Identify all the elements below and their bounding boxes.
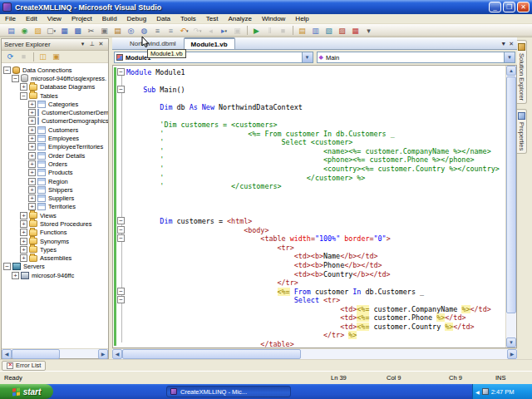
- close-button[interactable]: ✕: [517, 2, 530, 12]
- scroll-left-icon[interactable]: ◀: [112, 349, 122, 359]
- scroll-down-icon[interactable]: ▼: [506, 337, 516, 347]
- code-line[interactable]: <td><%= customer.CompanyName %></td>: [126, 305, 505, 314]
- expand-icon[interactable]: +: [20, 229, 27, 236]
- tree-item-employees[interactable]: +Employees: [2, 134, 108, 142]
- code-line[interactable]: <td><%= customer.Phone %></td>: [126, 313, 505, 323]
- menu-tools[interactable]: Tools: [175, 14, 201, 24]
- tree-item-order-details[interactable]: +Order Details: [2, 151, 108, 160]
- code-line[interactable]: Dim db As New NorthwindDataContext: [126, 103, 505, 112]
- tree-item-customers[interactable]: +Customers: [2, 126, 108, 134]
- code-line[interactable]: ' Select <customer>: [126, 138, 505, 147]
- expand-icon[interactable]: +: [20, 212, 27, 219]
- collapse-icon[interactable]: −: [3, 263, 11, 270]
- code-line[interactable]: Dim customers = <html>: [126, 217, 505, 226]
- paste-icon[interactable]: ▤: [111, 25, 124, 36]
- menu-window[interactable]: Window: [257, 14, 290, 24]
- error-list-icon[interactable]: ▦: [349, 25, 362, 36]
- tree-item-synonyms[interactable]: +Synonyms: [2, 237, 108, 245]
- tree-item-views[interactable]: +Views: [2, 211, 108, 219]
- expand-icon[interactable]: +: [28, 203, 36, 210]
- menu-build[interactable]: Build: [97, 14, 122, 24]
- menu-test[interactable]: Test: [201, 14, 224, 24]
- code-line[interactable]: </tr> %>: [126, 331, 505, 340]
- copy-icon[interactable]: ▣: [98, 25, 111, 36]
- panel-menu-button[interactable]: ▾: [78, 40, 87, 49]
- code-line[interactable]: ' </customer> %>: [126, 174, 505, 183]
- menu-file[interactable]: File: [0, 14, 21, 24]
- tree-item-customerdemographics[interactable]: +CustomerDemographics: [2, 117, 108, 126]
- expand-icon[interactable]: +: [28, 160, 36, 168]
- collapse-region-icon[interactable]: −: [117, 86, 125, 93]
- editor-vertical-scrollbar[interactable]: ▲ ▼: [505, 66, 516, 347]
- tree-item-functions[interactable]: +Functions: [2, 229, 108, 237]
- minimize-button[interactable]: _: [489, 2, 501, 12]
- connect-to-database-icon[interactable]: ◫: [37, 52, 49, 62]
- expand-icon[interactable]: +: [28, 178, 36, 185]
- tab-list-dropdown-icon[interactable]: ▼: [500, 40, 506, 47]
- chevron-down-icon[interactable]: ▼: [504, 52, 515, 62]
- code-line[interactable]: </table>: [126, 340, 505, 347]
- indent-icon[interactable]: ≡: [151, 25, 164, 36]
- tree-item-orders[interactable]: +Orders: [2, 160, 108, 168]
- save-icon[interactable]: ▦: [58, 25, 71, 36]
- new-file-icon[interactable]: ▢▾: [45, 25, 57, 36]
- panel-close-icon[interactable]: ✕: [96, 40, 106, 49]
- properties-window-icon[interactable]: ▥: [309, 25, 322, 36]
- collapse-icon[interactable]: −: [12, 75, 19, 82]
- code-line[interactable]: [126, 112, 505, 121]
- tree-item-shippers[interactable]: +Shippers: [2, 185, 108, 194]
- tree-item-assemblies[interactable]: +Assemblies: [2, 254, 108, 263]
- code-line[interactable]: </tr>: [126, 278, 505, 288]
- tree-item-types[interactable]: +Types: [2, 245, 108, 254]
- expand-icon[interactable]: +: [20, 246, 27, 254]
- start-debugging-icon[interactable]: ▶: [250, 25, 263, 36]
- expand-icon[interactable]: +: [20, 254, 27, 262]
- expand-icon[interactable]: +: [28, 117, 36, 125]
- scroll-up-icon[interactable]: ▲: [506, 66, 516, 76]
- tree-item-customercustomerdemo[interactable]: +CustomerCustomerDemo: [2, 108, 108, 116]
- comment-icon[interactable]: ≡: [165, 25, 177, 36]
- tree-item-categories[interactable]: +Categories: [2, 100, 108, 108]
- error-list-tab[interactable]: Error List: [2, 361, 46, 371]
- expand-icon[interactable]: +: [28, 169, 36, 176]
- code-line[interactable]: [126, 209, 505, 218]
- expand-icon[interactable]: +: [28, 109, 36, 116]
- expand-icon[interactable]: +: [12, 272, 19, 279]
- start-button[interactable]: start: [0, 384, 53, 399]
- expand-icon[interactable]: +: [28, 101, 36, 108]
- new-project-icon[interactable]: ▤: [5, 25, 17, 36]
- expand-icon[interactable]: +: [20, 83, 27, 91]
- expand-icon[interactable]: +: [28, 135, 36, 142]
- collapse-region-icon[interactable]: −: [117, 288, 125, 295]
- collapse-region-icon[interactable]: −: [117, 234, 125, 242]
- code-line[interactable]: [126, 95, 505, 104]
- save-all-icon[interactable]: ▩: [71, 25, 84, 36]
- open-file-icon[interactable]: ▨: [32, 25, 44, 36]
- solution-explorer-icon[interactable]: ▤: [296, 25, 308, 36]
- code-line[interactable]: <body>: [126, 226, 505, 235]
- code-line[interactable]: Select <tr>: [126, 296, 505, 305]
- types-dropdown[interactable]: Module1 ▼: [114, 52, 313, 63]
- tray-chevron-icon[interactable]: ◀: [475, 389, 480, 395]
- menu-help[interactable]: Help: [290, 14, 313, 24]
- restore-button[interactable]: ❐: [503, 2, 515, 12]
- menu-view[interactable]: View: [42, 14, 66, 24]
- tree-item-region[interactable]: +Region: [2, 177, 108, 185]
- expand-icon[interactable]: +: [28, 143, 36, 150]
- code-line[interactable]: <td><b>Phone</b></td>: [126, 261, 505, 270]
- autohide-tab-properties[interactable]: Properties: [517, 109, 527, 154]
- tree-item-data-connections[interactable]: −Data Connections: [2, 66, 108, 74]
- tree-item-territories[interactable]: +Territories: [2, 203, 108, 211]
- autohide-tab-solution-explorer[interactable]: Solution Explorer: [517, 40, 527, 104]
- editor-horizontal-scrollbar[interactable]: ◀ ▶: [112, 348, 517, 359]
- code-line[interactable]: [126, 77, 505, 86]
- tree-item-suppliers[interactable]: +Suppliers: [2, 194, 108, 202]
- toolbar-options-icon[interactable]: ▾: [362, 25, 375, 36]
- scroll-left-icon[interactable]: ◀: [2, 349, 12, 359]
- add-item-icon[interactable]: ◉: [18, 25, 31, 36]
- navigate-forward-icon[interactable]: ▸▾: [218, 25, 230, 36]
- code-line[interactable]: <%= From customer In db.Customers _: [126, 288, 505, 297]
- toolbox-icon[interactable]: ▨: [336, 25, 348, 36]
- tree-item-servers[interactable]: −Servers: [2, 263, 108, 271]
- expand-icon[interactable]: +: [28, 126, 36, 134]
